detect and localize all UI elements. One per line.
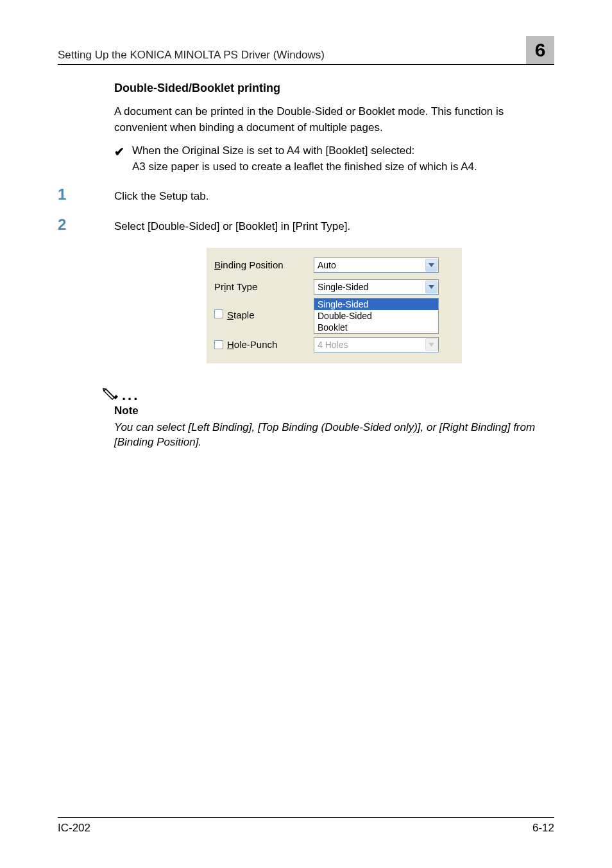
section-intro-paragraph: A document can be printed in the Double-… — [114, 104, 554, 135]
print-options-panel: Binding Position Auto Print Type Single-… — [207, 248, 462, 363]
pencil-icon — [103, 386, 119, 403]
chevron-down-icon — [425, 338, 438, 351]
precondition-row: ✔ When the Original Size is set to A4 wi… — [114, 143, 554, 175]
step-2-number: 2 — [58, 217, 114, 232]
precondition-line-1: When the Original Size is set to A4 with… — [132, 144, 414, 157]
print-type-listbox[interactable]: Single-Sided Double-Sided Booklet — [314, 298, 439, 334]
step-1: 1 Click the Setup tab. — [58, 187, 554, 205]
note-heading: Note — [114, 404, 554, 417]
chapter-number-badge: 6 — [526, 36, 554, 64]
binding-position-label: Binding Position — [214, 259, 314, 270]
listbox-item-double-sided[interactable]: Double-Sided — [314, 310, 438, 322]
binding-position-row: Binding Position Auto — [214, 254, 454, 276]
header-title: Setting Up the KONICA MINOLTA PS Driver … — [58, 49, 325, 62]
note-text: You can select [Left Binding], [Top Bind… — [114, 420, 554, 450]
section-heading: Double-Sided/Booklet printing — [114, 82, 554, 95]
staple-and-listbox-row: Staple Single-Sided Double-Sided Booklet — [214, 298, 454, 334]
hole-punch-checkbox[interactable] — [214, 340, 223, 349]
page-header: Setting Up the KONICA MINOLTA PS Driver … — [58, 36, 554, 65]
print-type-row: Print Type Single-Sided — [214, 276, 454, 298]
note-dots: ... — [122, 388, 139, 403]
print-type-value: Single-Sided — [314, 282, 368, 292]
listbox-item-booklet[interactable]: Booklet — [314, 322, 438, 333]
chevron-down-icon[interactable] — [425, 259, 438, 272]
checkmark-icon: ✔ — [114, 143, 132, 161]
step-1-text: Click the Setup tab. — [114, 187, 208, 205]
listbox-item-single-sided[interactable]: Single-Sided — [314, 299, 438, 310]
footer-left: IC-202 — [58, 822, 90, 835]
binding-position-value: Auto — [314, 260, 336, 270]
hole-punch-value: 4 Holes — [314, 340, 348, 350]
note-icon-row: ... — [103, 386, 554, 403]
hole-punch-label-group: Hole-Punch — [214, 339, 314, 350]
step-2: 2 Select [Double-Sided] or [Booklet] in … — [58, 217, 554, 235]
precondition-line-2: A3 size paper is used to create a leafle… — [132, 161, 477, 173]
hole-punch-row: Hole-Punch 4 Holes — [214, 334, 454, 356]
print-type-combobox[interactable]: Single-Sided — [314, 279, 439, 295]
hole-punch-combobox: 4 Holes — [314, 337, 439, 352]
staple-label-group: Staple — [214, 298, 314, 320]
footer-right: 6-12 — [532, 822, 554, 835]
staple-checkbox[interactable] — [214, 309, 223, 318]
chevron-down-icon[interactable] — [425, 281, 438, 293]
page-footer: IC-202 6-12 — [58, 817, 554, 835]
step-2-text: Select [Double-Sided] or [Booklet] in [P… — [114, 217, 350, 235]
step-1-number: 1 — [58, 187, 114, 202]
print-type-label: Print Type — [214, 281, 314, 292]
binding-position-combobox[interactable]: Auto — [314, 257, 439, 273]
